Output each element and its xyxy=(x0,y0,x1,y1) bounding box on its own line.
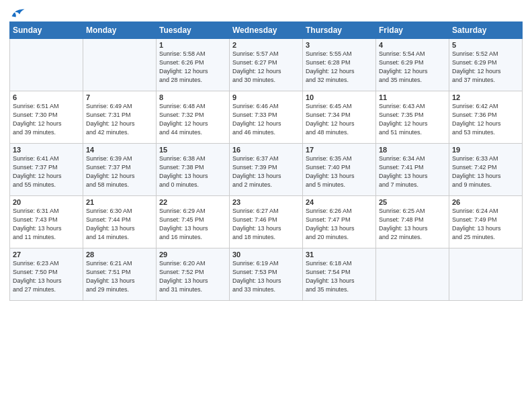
calendar-cell: 13Sunrise: 6:41 AM Sunset: 7:37 PM Dayli… xyxy=(10,144,83,196)
day-header-wednesday: Wednesday xyxy=(230,22,303,39)
calendar-cell: 28Sunrise: 6:21 AM Sunset: 7:51 PM Dayli… xyxy=(83,248,157,301)
day-detail: Sunrise: 5:54 AM Sunset: 6:29 PM Dayligh… xyxy=(379,50,446,85)
day-detail: Sunrise: 5:58 AM Sunset: 6:26 PM Dayligh… xyxy=(159,50,226,85)
day-detail: Sunrise: 6:25 AM Sunset: 7:48 PM Dayligh… xyxy=(379,207,446,242)
calendar-cell: 20Sunrise: 6:31 AM Sunset: 7:43 PM Dayli… xyxy=(10,196,83,248)
calendar-cell: 10Sunrise: 6:45 AM Sunset: 7:34 PM Dayli… xyxy=(303,91,376,144)
calendar-cell xyxy=(10,39,83,91)
calendar-cell: 8Sunrise: 6:48 AM Sunset: 7:32 PM Daylig… xyxy=(157,91,230,144)
page-container: SundayMondayTuesdayWednesdayThursdayFrid… xyxy=(0,0,532,306)
calendar-cell: 29Sunrise: 6:20 AM Sunset: 7:52 PM Dayli… xyxy=(157,248,230,301)
calendar-cell: 23Sunrise: 6:27 AM Sunset: 7:46 PM Dayli… xyxy=(230,196,303,248)
logo xyxy=(9,7,26,19)
day-number: 21 xyxy=(86,198,153,206)
day-number: 2 xyxy=(232,41,300,49)
day-detail: Sunrise: 6:39 AM Sunset: 7:37 PM Dayligh… xyxy=(86,154,153,189)
calendar-cell xyxy=(83,39,157,91)
day-detail: Sunrise: 6:29 AM Sunset: 7:45 PM Dayligh… xyxy=(159,207,226,242)
day-number: 10 xyxy=(306,93,373,101)
calendar-week-row: 27Sunrise: 6:23 AM Sunset: 7:50 PM Dayli… xyxy=(10,248,523,301)
logo-bird-icon xyxy=(11,7,26,19)
day-number: 24 xyxy=(306,198,373,206)
day-number: 22 xyxy=(159,198,226,206)
day-detail: Sunrise: 6:37 AM Sunset: 7:39 PM Dayligh… xyxy=(232,154,300,189)
day-detail: Sunrise: 6:51 AM Sunset: 7:30 PM Dayligh… xyxy=(13,102,80,137)
calendar-cell: 18Sunrise: 6:34 AM Sunset: 7:41 PM Dayli… xyxy=(376,144,449,196)
day-detail: Sunrise: 6:20 AM Sunset: 7:52 PM Dayligh… xyxy=(159,259,226,294)
calendar-cell: 12Sunrise: 6:42 AM Sunset: 7:36 PM Dayli… xyxy=(449,91,523,144)
day-number: 30 xyxy=(232,250,300,259)
calendar-cell: 22Sunrise: 6:29 AM Sunset: 7:45 PM Dayli… xyxy=(157,196,230,248)
calendar-cell: 1Sunrise: 5:58 AM Sunset: 6:26 PM Daylig… xyxy=(157,39,230,91)
calendar-cell: 26Sunrise: 6:24 AM Sunset: 7:49 PM Dayli… xyxy=(449,196,523,248)
calendar-week-row: 1Sunrise: 5:58 AM Sunset: 6:26 PM Daylig… xyxy=(10,39,523,91)
calendar-cell: 9Sunrise: 6:46 AM Sunset: 7:33 PM Daylig… xyxy=(230,91,303,144)
day-number: 16 xyxy=(232,146,300,154)
day-header-friday: Friday xyxy=(376,22,449,39)
calendar-header-row: SundayMondayTuesdayWednesdayThursdayFrid… xyxy=(10,22,523,39)
day-number: 1 xyxy=(159,41,226,49)
day-detail: Sunrise: 6:46 AM Sunset: 7:33 PM Dayligh… xyxy=(232,102,300,137)
day-detail: Sunrise: 6:41 AM Sunset: 7:37 PM Dayligh… xyxy=(13,154,80,189)
day-detail: Sunrise: 6:19 AM Sunset: 7:53 PM Dayligh… xyxy=(232,259,300,294)
calendar-week-row: 13Sunrise: 6:41 AM Sunset: 7:37 PM Dayli… xyxy=(10,144,523,196)
day-detail: Sunrise: 6:35 AM Sunset: 7:40 PM Dayligh… xyxy=(306,154,373,189)
day-detail: Sunrise: 6:38 AM Sunset: 7:38 PM Dayligh… xyxy=(159,154,226,189)
calendar-cell: 14Sunrise: 6:39 AM Sunset: 7:37 PM Dayli… xyxy=(83,144,157,196)
calendar-week-row: 20Sunrise: 6:31 AM Sunset: 7:43 PM Dayli… xyxy=(10,196,523,248)
day-header-tuesday: Tuesday xyxy=(157,22,230,39)
day-detail: Sunrise: 5:57 AM Sunset: 6:27 PM Dayligh… xyxy=(232,50,300,85)
calendar-cell: 19Sunrise: 6:33 AM Sunset: 7:42 PM Dayli… xyxy=(449,144,523,196)
calendar-cell: 7Sunrise: 6:49 AM Sunset: 7:31 PM Daylig… xyxy=(83,91,157,144)
calendar-cell xyxy=(376,248,449,301)
day-header-monday: Monday xyxy=(83,22,157,39)
day-detail: Sunrise: 6:30 AM Sunset: 7:44 PM Dayligh… xyxy=(86,207,153,242)
day-number: 7 xyxy=(86,93,153,101)
calendar-cell xyxy=(449,248,523,301)
day-detail: Sunrise: 6:26 AM Sunset: 7:47 PM Dayligh… xyxy=(306,207,373,242)
day-header-sunday: Sunday xyxy=(10,22,83,39)
day-detail: Sunrise: 6:31 AM Sunset: 7:43 PM Dayligh… xyxy=(13,207,80,242)
calendar-cell: 16Sunrise: 6:37 AM Sunset: 7:39 PM Dayli… xyxy=(230,144,303,196)
day-detail: Sunrise: 6:43 AM Sunset: 7:35 PM Dayligh… xyxy=(379,102,446,137)
day-number: 18 xyxy=(379,146,446,154)
day-detail: Sunrise: 6:34 AM Sunset: 7:41 PM Dayligh… xyxy=(379,154,446,189)
calendar-cell: 15Sunrise: 6:38 AM Sunset: 7:38 PM Dayli… xyxy=(157,144,230,196)
calendar-cell: 2Sunrise: 5:57 AM Sunset: 6:27 PM Daylig… xyxy=(230,39,303,91)
day-number: 29 xyxy=(159,250,226,259)
day-detail: Sunrise: 6:27 AM Sunset: 7:46 PM Dayligh… xyxy=(232,207,300,242)
day-detail: Sunrise: 6:33 AM Sunset: 7:42 PM Dayligh… xyxy=(452,154,519,189)
calendar-cell: 5Sunrise: 5:52 AM Sunset: 6:29 PM Daylig… xyxy=(449,39,523,91)
day-number: 19 xyxy=(452,146,519,154)
header-row xyxy=(9,7,523,19)
day-detail: Sunrise: 6:23 AM Sunset: 7:50 PM Dayligh… xyxy=(13,259,80,294)
day-number: 28 xyxy=(86,250,153,259)
day-header-saturday: Saturday xyxy=(449,22,523,39)
day-number: 25 xyxy=(379,198,446,206)
day-number: 15 xyxy=(159,146,226,154)
day-number: 4 xyxy=(379,41,446,49)
day-number: 8 xyxy=(159,93,226,101)
day-detail: Sunrise: 6:24 AM Sunset: 7:49 PM Dayligh… xyxy=(452,207,519,242)
day-detail: Sunrise: 6:49 AM Sunset: 7:31 PM Dayligh… xyxy=(86,102,153,137)
day-number: 3 xyxy=(306,41,373,49)
calendar-cell: 25Sunrise: 6:25 AM Sunset: 7:48 PM Dayli… xyxy=(376,196,449,248)
day-number: 23 xyxy=(232,198,300,206)
calendar-cell: 24Sunrise: 6:26 AM Sunset: 7:47 PM Dayli… xyxy=(303,196,376,248)
day-number: 31 xyxy=(306,250,373,259)
calendar-cell: 17Sunrise: 6:35 AM Sunset: 7:40 PM Dayli… xyxy=(303,144,376,196)
calendar-cell: 4Sunrise: 5:54 AM Sunset: 6:29 PM Daylig… xyxy=(376,39,449,91)
day-number: 12 xyxy=(452,93,519,101)
day-detail: Sunrise: 6:48 AM Sunset: 7:32 PM Dayligh… xyxy=(159,102,226,137)
day-detail: Sunrise: 6:18 AM Sunset: 7:54 PM Dayligh… xyxy=(306,259,373,294)
day-detail: Sunrise: 6:21 AM Sunset: 7:51 PM Dayligh… xyxy=(86,259,153,294)
day-number: 27 xyxy=(13,250,80,259)
calendar-cell: 6Sunrise: 6:51 AM Sunset: 7:30 PM Daylig… xyxy=(10,91,83,144)
calendar-week-row: 6Sunrise: 6:51 AM Sunset: 7:30 PM Daylig… xyxy=(10,91,523,144)
calendar-cell: 3Sunrise: 5:55 AM Sunset: 6:28 PM Daylig… xyxy=(303,39,376,91)
calendar-cell: 21Sunrise: 6:30 AM Sunset: 7:44 PM Dayli… xyxy=(83,196,157,248)
calendar-cell: 27Sunrise: 6:23 AM Sunset: 7:50 PM Dayli… xyxy=(10,248,83,301)
day-detail: Sunrise: 5:55 AM Sunset: 6:28 PM Dayligh… xyxy=(306,50,373,85)
day-number: 5 xyxy=(452,41,519,49)
day-header-thursday: Thursday xyxy=(303,22,376,39)
